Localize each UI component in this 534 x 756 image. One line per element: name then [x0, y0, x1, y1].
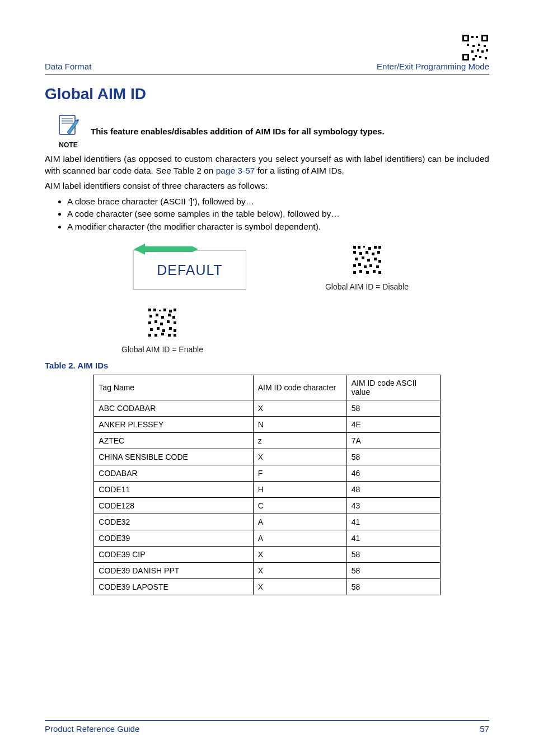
- table-cell: CODABAR: [94, 465, 253, 482]
- table-cell: CODE11: [94, 482, 253, 498]
- svg-rect-79: [161, 333, 164, 335]
- table-cell: X: [253, 547, 346, 563]
- arrow-icon: [131, 241, 198, 261]
- note-block: NOTE This feature enables/disables addit…: [56, 113, 489, 149]
- list-item: A code character (see some samples in th…: [67, 208, 489, 220]
- table-row: CODE39 DANISH PPTX58: [94, 563, 440, 579]
- svg-rect-39: [377, 251, 380, 254]
- table-row: CODE39A41: [94, 530, 440, 547]
- svg-rect-71: [174, 321, 176, 324]
- svg-rect-32: [368, 247, 371, 250]
- svg-rect-11: [478, 44, 480, 46]
- table-cell: 58: [346, 579, 440, 595]
- table-label: Table 2: [45, 361, 73, 370]
- list-item: A modifier character (the modifier chara…: [67, 221, 489, 233]
- svg-rect-18: [485, 57, 487, 59]
- svg-rect-4: [483, 36, 486, 40]
- table-cell: 58: [346, 400, 440, 417]
- bullet-list: A close brace character (ASCII ‘]’), fol…: [45, 195, 489, 233]
- table-cell: C: [253, 498, 346, 514]
- svg-rect-35: [353, 251, 356, 254]
- table-cell: 46: [346, 465, 440, 482]
- svg-rect-36: [359, 252, 362, 255]
- svg-rect-56: [148, 309, 151, 311]
- table-cell: CHINA SENSIBLE CODE: [94, 449, 253, 465]
- svg-rect-16: [475, 55, 477, 57]
- svg-rect-60: [169, 310, 172, 312]
- svg-rect-52: [366, 271, 369, 274]
- default-label: DEFAULT: [157, 262, 223, 278]
- svg-rect-44: [378, 260, 381, 263]
- table-cell: CODE32: [94, 514, 253, 530]
- table-cell: 58: [346, 449, 440, 465]
- svg-rect-54: [378, 271, 381, 274]
- svg-rect-80: [168, 334, 171, 337]
- svg-rect-53: [373, 270, 376, 273]
- svg-rect-33: [374, 246, 377, 249]
- page-title: Global AIM ID: [45, 85, 489, 103]
- note-label: NOTE: [59, 141, 77, 149]
- svg-rect-75: [169, 327, 172, 330]
- page-link[interactable]: page 3-57: [216, 166, 255, 175]
- svg-rect-49: [376, 265, 379, 268]
- paragraph-1: AIM label identifiers (as opposed to cus…: [45, 153, 489, 177]
- barcode-disable-caption: Global AIM ID = Disable: [325, 282, 409, 291]
- table-cell: 7A: [346, 433, 440, 449]
- table-cell: F: [253, 465, 346, 482]
- table-row: ANKER PLESSEYN4E: [94, 417, 440, 433]
- header-left: Data Format: [45, 62, 91, 71]
- table-row: CODE11H48: [94, 482, 440, 498]
- svg-rect-50: [353, 271, 356, 274]
- svg-rect-30: [358, 246, 360, 249]
- paragraph-2: AIM label identifiers consist of three c…: [45, 180, 489, 192]
- svg-rect-42: [367, 259, 370, 262]
- svg-rect-81: [174, 334, 176, 337]
- table-cell: ABC CODABAR: [94, 400, 253, 417]
- svg-rect-61: [174, 309, 176, 311]
- table-cell: CODE128: [94, 498, 253, 514]
- svg-rect-74: [162, 329, 165, 332]
- svg-rect-51: [359, 270, 362, 273]
- table-header: AIM ID code ASCII value: [346, 375, 440, 400]
- table-cell: A: [253, 514, 346, 530]
- svg-rect-43: [374, 258, 377, 260]
- svg-rect-59: [163, 309, 166, 311]
- svg-rect-17: [479, 56, 481, 58]
- barcode-disable: [352, 244, 383, 278]
- table-cell: H: [253, 482, 346, 498]
- svg-rect-34: [378, 246, 381, 249]
- barcode-enable: [147, 307, 178, 340]
- svg-rect-48: [369, 264, 372, 267]
- qr-code-icon: [461, 34, 489, 62]
- table-cell: X: [253, 449, 346, 465]
- svg-rect-9: [467, 44, 469, 46]
- svg-rect-6: [464, 55, 467, 59]
- svg-rect-19: [472, 58, 475, 60]
- table-cell: CODE39 CIP: [94, 547, 253, 563]
- svg-rect-69: [160, 323, 163, 325]
- table-row: CODE39 LAPOSTEX58: [94, 579, 440, 595]
- table-cell: 58: [346, 563, 440, 579]
- svg-rect-41: [362, 256, 364, 259]
- list-item: A close brace character (ASCII ‘]’), fol…: [67, 195, 489, 208]
- table-name: . AIM IDs: [73, 361, 109, 370]
- table-row: ABC CODABARX58: [94, 400, 440, 417]
- table-row: CHINA SENSIBLE CODEX58: [94, 449, 440, 465]
- svg-rect-58: [159, 310, 161, 311]
- svg-rect-73: [157, 327, 160, 330]
- paragraph-1-post: for a listing of AIM IDs.: [255, 166, 344, 175]
- table-cell: ANKER PLESSEY: [94, 417, 253, 433]
- svg-rect-78: [154, 334, 157, 337]
- footer-left: Product Reference Guide: [45, 724, 139, 734]
- svg-rect-8: [476, 36, 478, 38]
- svg-rect-76: [174, 329, 176, 332]
- table-cell: A: [253, 530, 346, 547]
- table-header: AIM ID code character: [253, 375, 346, 400]
- svg-rect-67: [148, 321, 151, 324]
- table-cell: 43: [346, 498, 440, 514]
- note-icon: [56, 113, 81, 140]
- svg-rect-38: [372, 253, 374, 255]
- svg-rect-62: [149, 315, 152, 318]
- table-cell: X: [253, 579, 346, 595]
- svg-rect-66: [172, 316, 175, 319]
